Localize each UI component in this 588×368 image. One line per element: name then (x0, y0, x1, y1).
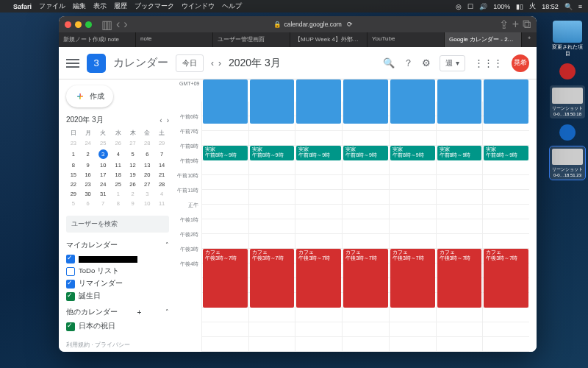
mini-day[interactable]: 21 (154, 170, 169, 180)
browser-tab[interactable]: Google カレンダー - 2020年 3月… (445, 32, 522, 47)
calendar-checkbox[interactable] (66, 322, 75, 331)
mini-day[interactable]: 6 (81, 199, 96, 208)
event-jikka[interactable]: 実家午前8時～9時 (343, 146, 388, 160)
event-block[interactable] (343, 79, 388, 124)
search-people-input[interactable]: ユーザーを検索 (66, 216, 169, 233)
browser-tab[interactable]: note (136, 32, 213, 47)
prev-period-icon[interactable]: ‹ (211, 58, 214, 68)
control-center-icon[interactable]: ≡ (578, 3, 582, 10)
event-block[interactable] (390, 79, 435, 124)
calendar-item[interactable]: ToDo リスト (66, 265, 169, 277)
mini-day[interactable]: 24 (96, 180, 111, 189)
mini-day[interactable]: 8 (66, 160, 81, 170)
event-block[interactable] (484, 79, 528, 124)
event-jikka[interactable]: 実家午前8時～9時 (203, 146, 248, 160)
event-block[interactable] (437, 79, 482, 124)
mini-day[interactable]: 26 (111, 138, 126, 148)
view-selector[interactable]: 週 ▾ (440, 55, 465, 71)
chevron-up-icon[interactable]: ˄ (165, 308, 169, 316)
calendar-item[interactable] (66, 253, 169, 265)
today-button[interactable]: 今日 (176, 54, 204, 72)
mini-day[interactable]: 16 (81, 170, 96, 180)
mini-day[interactable]: 1 (111, 189, 126, 199)
menubar-app-name[interactable]: Safari (13, 3, 32, 10)
hamburger-icon[interactable] (66, 59, 79, 68)
event-cafe[interactable]: カフェ午後3時～7時 (250, 249, 295, 308)
mini-day[interactable]: 7 (154, 148, 169, 160)
desktop-red-badge[interactable] (559, 63, 576, 79)
calendar-item[interactable]: 誕生日 (66, 290, 169, 302)
new-tab-button[interactable]: + (522, 32, 537, 47)
address-bar[interactable]: 🔒 calendar.google.com ⟳ (132, 21, 495, 28)
spotlight-icon[interactable]: 🔍 (564, 3, 573, 10)
minimize-icon[interactable] (75, 21, 82, 28)
mini-day[interactable]: 9 (126, 199, 140, 208)
week-grid[interactable]: GMT+09 日1月2火3水4木5金6土7 午前6時午前7時午前8時午前9時午前… (176, 79, 537, 352)
search-icon[interactable]: 🔍 (383, 57, 395, 68)
add-calendar-icon[interactable]: + (137, 308, 142, 316)
day-column[interactable]: 実家午前8時～9時カフェ午後3時～7時 (436, 102, 483, 352)
day-column[interactable]: 実家午前8時～9時カフェ午後3時～7時 (342, 102, 389, 352)
menu-view[interactable]: 表示 (93, 1, 107, 11)
next-period-icon[interactable]: › (218, 58, 221, 68)
mini-day[interactable]: 10 (96, 160, 111, 170)
mini-day[interactable]: 8 (111, 199, 126, 208)
event-jikka[interactable]: 実家午前8時～9時 (437, 146, 482, 160)
mini-prev-icon[interactable]: ‹ (159, 116, 162, 124)
reader-icon[interactable]: ⟳ (347, 21, 353, 28)
mini-day[interactable]: 15 (66, 170, 81, 180)
mini-day[interactable]: 9 (81, 160, 96, 170)
mini-day[interactable]: 11 (111, 160, 126, 170)
event-cafe[interactable]: カフェ午後3時～7時 (437, 249, 482, 308)
mini-day[interactable]: 2 (81, 148, 96, 160)
mini-day[interactable]: 17 (96, 170, 111, 180)
event-block[interactable] (203, 79, 248, 124)
mini-day[interactable]: 13 (140, 160, 154, 170)
tabs-overview-icon[interactable]: ⧉ (523, 18, 531, 31)
mini-day[interactable]: 1 (66, 148, 81, 160)
mini-day[interactable]: 31 (96, 189, 111, 199)
mini-day[interactable]: 25 (96, 138, 111, 148)
new-tab-icon[interactable]: + (512, 18, 519, 31)
mini-day[interactable]: 7 (96, 199, 111, 208)
mini-day[interactable]: 25 (111, 180, 126, 189)
mini-day[interactable]: 29 (154, 138, 169, 148)
event-jikka[interactable]: 実家午前8時～9時 (484, 146, 528, 160)
mini-day[interactable]: 3 (140, 189, 154, 199)
mini-day[interactable]: 19 (126, 170, 140, 180)
mini-day[interactable]: 27 (126, 138, 140, 148)
share-icon[interactable]: ⇪ (499, 18, 509, 32)
back-icon[interactable]: ‹ (116, 18, 120, 31)
mini-calendar[interactable]: 日月火水木金土232425262728291234567891011121314… (66, 128, 169, 208)
mini-day[interactable]: 29 (66, 189, 81, 199)
mini-day[interactable]: 12 (126, 160, 140, 170)
event-cafe[interactable]: カフェ午後3時～7時 (296, 249, 341, 308)
help-icon[interactable]: ？ (404, 57, 413, 70)
mini-day[interactable]: 18 (111, 170, 126, 180)
calendar-checkbox[interactable] (66, 292, 75, 301)
desktop-blue-badge[interactable] (559, 124, 576, 141)
account-avatar[interactable]: 晃希 (512, 54, 529, 72)
mini-day[interactable]: 2 (126, 189, 140, 199)
window-titlebar[interactable]: ▥ ‹ › 🔒 calendar.google.com ⟳ ⇪ + ⧉ (59, 16, 537, 32)
mini-day[interactable]: 24 (81, 138, 96, 148)
menu-help[interactable]: ヘルプ (222, 1, 242, 11)
mini-day[interactable]: 30 (81, 189, 96, 199)
mini-next-icon[interactable]: › (167, 116, 169, 124)
desktop-folder[interactable]: 変更された項目 (550, 19, 585, 57)
browser-tab[interactable]: 新規ノート作成! note (59, 32, 136, 47)
calendar-checkbox[interactable] (66, 255, 75, 263)
mini-day[interactable]: 28 (154, 180, 169, 189)
mini-day[interactable]: 22 (66, 180, 81, 189)
mini-day[interactable]: 11 (154, 199, 169, 208)
day-column[interactable]: 実家午前8時～9時カフェ午後3時～7時 (482, 102, 529, 352)
event-cafe[interactable]: カフェ午後3時～7時 (484, 249, 528, 308)
apps-grid-icon[interactable]: ⋮⋮⋮ (474, 57, 503, 68)
volume-icon[interactable]: 🔊 (479, 3, 487, 10)
event-jikka[interactable]: 実家午前8時～9時 (390, 146, 435, 160)
day-column[interactable]: 実家午前8時～9時カフェ午後3時～7時 (295, 102, 342, 352)
menu-file[interactable]: ファイル (39, 1, 65, 11)
section-other-calendars[interactable]: 他のカレンダー (66, 307, 118, 317)
screenshot-thumb-2[interactable]: リーンショット 0-0…18.51.23 (550, 146, 585, 180)
menu-window[interactable]: ウインドウ (182, 1, 215, 11)
